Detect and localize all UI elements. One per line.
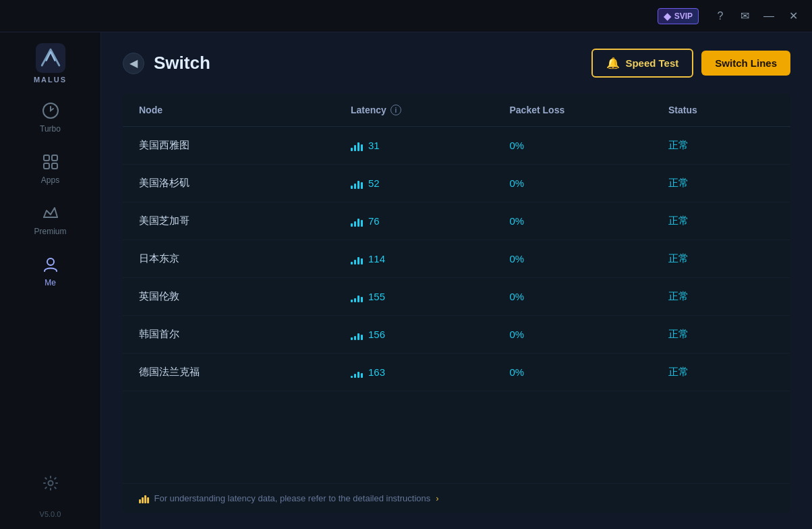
table-body: 美国西雅图 31 0% 正常 美国洛杉矶 [123, 127, 790, 483]
cell-latency: 114 [351, 253, 510, 264]
cell-node: 德国法兰克福 [139, 366, 351, 379]
sidebar-item-apps[interactable]: Apps [13, 146, 88, 192]
table-row[interactable]: 英国伦敦 155 0% 正常 [123, 278, 790, 316]
cell-node: 美国芝加哥 [139, 215, 351, 227]
cell-packet-loss: 0% [510, 140, 669, 151]
cell-node: 韩国首尔 [139, 328, 351, 341]
main-content: ◀ Switch 🔔 Speed Test Switch Lines Node … [101, 32, 812, 529]
latency-value: 163 [368, 366, 385, 378]
cell-latency: 76 [351, 215, 510, 227]
latency-bar-icon [351, 178, 363, 189]
cell-latency: 31 [351, 140, 510, 151]
col-node: Node [139, 105, 351, 115]
page-title-group: ◀ Switch [123, 53, 210, 74]
speed-test-button[interactable]: 🔔 Speed Test [591, 49, 693, 78]
svip-label: SVIP [674, 11, 693, 21]
svip-badge[interactable]: ◆ SVIP [658, 8, 699, 24]
sidebar-item-premium[interactable]: Premium [13, 197, 88, 243]
page-title: Switch [154, 53, 210, 74]
latency-bar-icon [351, 140, 363, 151]
svg-point-6 [47, 258, 54, 265]
table-row[interactable]: 德国法兰克福 163 0% 正常 [123, 354, 790, 391]
table-row[interactable]: 日本东京 114 0% 正常 [123, 240, 790, 278]
cell-node: 美国西雅图 [139, 139, 351, 152]
footer-link[interactable]: › [436, 493, 438, 503]
diamond-icon: ◆ [664, 11, 671, 22]
switch-lines-button[interactable]: Switch Lines [701, 51, 790, 76]
svg-rect-3 [52, 155, 57, 161]
latency-bar-icon [351, 216, 363, 227]
cell-latency: 155 [351, 291, 510, 302]
footer-note: For understanding latency data, please r… [123, 483, 790, 513]
app-layout: MALUS Turbo Apps Pre [0, 32, 812, 529]
cell-packet-loss: 0% [510, 329, 669, 340]
cell-packet-loss: 0% [510, 177, 669, 189]
svg-rect-5 [52, 163, 57, 169]
cell-packet-loss: 0% [510, 215, 669, 227]
svg-rect-4 [44, 163, 49, 169]
page-header: ◀ Switch 🔔 Speed Test Switch Lines [123, 49, 790, 78]
col-status: Status [668, 105, 774, 115]
sidebar-item-turbo-label: Turbo [40, 124, 61, 134]
titlebar: ◆ SVIP ? ✉ — ✕ [0, 0, 812, 32]
col-packet-loss: Packet Loss [510, 105, 669, 115]
header-actions: 🔔 Speed Test Switch Lines [591, 49, 790, 78]
table-header: Node Latency i Packet Loss Status [123, 94, 790, 127]
logo-text: MALUS [34, 76, 67, 84]
cell-latency: 156 [351, 329, 510, 340]
help-button[interactable]: ? [709, 5, 731, 27]
cell-status: 正常 [668, 290, 774, 303]
svg-rect-0 [36, 43, 65, 73]
latency-value: 52 [368, 177, 380, 189]
latency-value: 76 [368, 215, 380, 227]
cell-status: 正常 [668, 215, 774, 227]
sidebar-item-me-label: Me [45, 278, 56, 287]
cell-node: 日本东京 [139, 252, 351, 265]
sidebar-item-premium-label: Premium [34, 227, 66, 236]
cell-status: 正常 [668, 139, 774, 152]
latency-value: 114 [368, 253, 385, 264]
latency-value: 31 [368, 140, 380, 151]
sidebar-item-apps-label: Apps [41, 175, 59, 185]
latency-bar-icon [351, 367, 363, 378]
footer-bar-icon [139, 494, 149, 503]
back-button[interactable]: ◀ [123, 53, 144, 74]
minimize-button[interactable]: — [758, 5, 780, 27]
sidebar-item-me[interactable]: Me [13, 248, 88, 294]
cell-status: 正常 [668, 328, 774, 341]
latency-value: 156 [368, 329, 385, 340]
table-row[interactable]: 美国西雅图 31 0% 正常 [123, 127, 790, 165]
footer-note-text: For understanding latency data, please r… [154, 493, 431, 503]
sidebar-item-turbo[interactable]: Turbo [13, 94, 88, 140]
latency-bar-icon [351, 291, 363, 302]
cell-status: 正常 [668, 177, 774, 190]
cell-node: 美国洛杉矶 [139, 177, 351, 190]
table-row[interactable]: 韩国首尔 156 0% 正常 [123, 316, 790, 354]
table-row[interactable]: 美国芝加哥 76 0% 正常 [123, 202, 790, 240]
latency-bar-icon [351, 329, 363, 340]
cell-latency: 52 [351, 177, 510, 189]
cell-packet-loss: 0% [510, 366, 669, 378]
sidebar-item-settings[interactable] [13, 467, 88, 499]
logo: MALUS [30, 43, 71, 84]
cell-latency: 163 [351, 366, 510, 378]
version-label: V5.0.0 [40, 510, 61, 518]
cell-node: 英国伦敦 [139, 290, 351, 303]
latency-value: 155 [368, 291, 385, 302]
bell-icon: 🔔 [606, 57, 620, 69]
latency-info-icon[interactable]: i [390, 105, 401, 115]
latency-bar-icon [351, 254, 363, 264]
svg-point-7 [48, 481, 53, 486]
svg-rect-2 [44, 155, 49, 161]
mail-button[interactable]: ✉ [734, 5, 755, 27]
cell-status: 正常 [668, 252, 774, 265]
cell-packet-loss: 0% [510, 291, 669, 302]
node-table: Node Latency i Packet Loss Status 美国西雅图 [123, 94, 790, 513]
sidebar: MALUS Turbo Apps Pre [0, 32, 101, 529]
cell-packet-loss: 0% [510, 253, 669, 264]
col-latency: Latency i [351, 105, 510, 115]
table-row[interactable]: 美国洛杉矶 52 0% 正常 [123, 165, 790, 202]
close-button[interactable]: ✕ [782, 5, 804, 27]
cell-status: 正常 [668, 366, 774, 379]
